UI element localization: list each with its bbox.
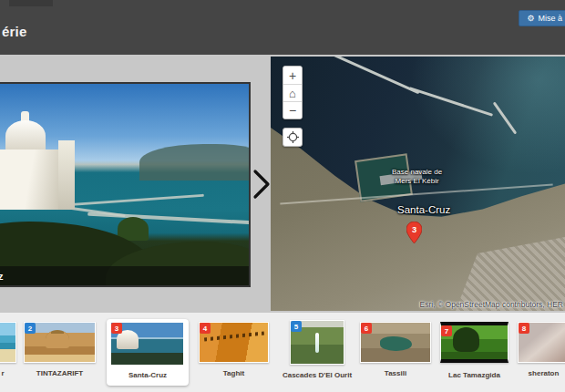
thumbnail-badge: 7 <box>441 325 452 336</box>
map-marker-3[interactable]: 3 <box>406 222 422 243</box>
thumbnail-label: Tassili <box>349 369 442 377</box>
app-window: érie ⚙ Mise à z <box>0 0 565 392</box>
marker-number: 3 <box>412 225 416 234</box>
header-tab <box>9 0 53 6</box>
thumbnail-image: 2 <box>24 322 96 363</box>
thumbnail-item-cascades[interactable]: 5 Cascades D'El Ourit <box>290 320 344 365</box>
photo-caption-bar: z <box>0 266 249 285</box>
thumbnail-image: 8 <box>518 322 565 363</box>
thumbnail-image <box>0 322 16 363</box>
map-canvas[interactable]: Base navale de Mers El Kébir Santa-Cruz … <box>271 57 565 311</box>
update-button-label: Mise à <box>538 14 562 23</box>
thumbnail-image: 7 <box>440 322 508 363</box>
map-sea <box>410 57 565 175</box>
thumbnail-item-sheraton[interactable]: 8 sheraton <box>518 322 565 363</box>
chevron-right-icon <box>252 169 272 200</box>
thumbnail-item-tintazarift[interactable]: 2 TINTAZARIFT <box>24 322 96 363</box>
thumbnail-item-taghit[interactable]: 4 Taghit <box>199 322 269 363</box>
update-button[interactable]: ⚙ Mise à <box>519 10 565 26</box>
thumbnail-badge: 2 <box>25 323 36 334</box>
home-icon: ⌂ <box>289 87 296 100</box>
thumbnail-image: 6 <box>360 322 431 363</box>
thumbnail-filmstrip: r 2 TINTAZARIFT 3 Santa-Cruz 4 Taghit 5 … <box>0 313 565 392</box>
thumbnail-label: Santa-Cruz <box>107 371 189 379</box>
map-breakwater <box>319 57 420 94</box>
thumbnail-image: 3 <box>111 323 183 365</box>
photo-viewer: z <box>0 82 251 287</box>
thumbnail-badge: 8 <box>519 323 529 334</box>
map-label-santa-cruz: Santa-Cruz <box>397 204 450 215</box>
thumbnail-item-tassili[interactable]: 6 Tassili <box>360 322 431 363</box>
map-label-naval-base: Base navale de Mers El Kébir <box>392 168 442 186</box>
thumbnail-badge: 4 <box>200 323 211 334</box>
photo-jetty <box>67 194 204 206</box>
locate-button[interactable] <box>282 128 303 147</box>
photo-chapel <box>0 120 80 230</box>
thumbnail-badge: 5 <box>291 321 302 332</box>
thumbnail-badge: 3 <box>111 323 122 334</box>
thumbnail-item-1[interactable]: r <box>0 322 16 363</box>
thumbnail-label: TINTAZARIFT <box>13 369 107 377</box>
gear-icon: ⚙ <box>527 15 534 23</box>
thumbnail-label: Cascades D'El Ourit <box>279 371 355 379</box>
map-attribution: Esri, © OpenStreetMap contributors, HER <box>418 299 565 310</box>
carousel-next-button[interactable] <box>252 169 272 200</box>
thumbnail-item-lac-tamazgida[interactable]: 7 Lac Tamazgida <box>440 322 508 363</box>
locate-icon <box>287 131 299 143</box>
header-bar: érie ⚙ Mise à <box>0 0 565 55</box>
thumbnail-image: 5 <box>290 320 344 365</box>
thumbnail-badge: 6 <box>361 323 372 334</box>
thumbnail-image: 4 <box>199 322 269 363</box>
zoom-in-button[interactable]: + <box>283 67 302 84</box>
zoom-out-button[interactable]: − <box>283 101 302 119</box>
page-title: érie <box>2 24 27 39</box>
photo-caption: z <box>0 271 4 282</box>
photo-hill <box>139 144 249 181</box>
thumbnail-label: Taghit <box>188 369 280 377</box>
thumbnail-label: sheraton <box>507 369 565 377</box>
photo-santa-cruz: z <box>0 84 249 285</box>
thumbnail-item-santa-cruz-selected[interactable]: 3 Santa-Cruz <box>107 319 189 386</box>
map-controls: + ⌂ − <box>282 66 303 147</box>
home-button[interactable]: ⌂ <box>283 84 302 101</box>
